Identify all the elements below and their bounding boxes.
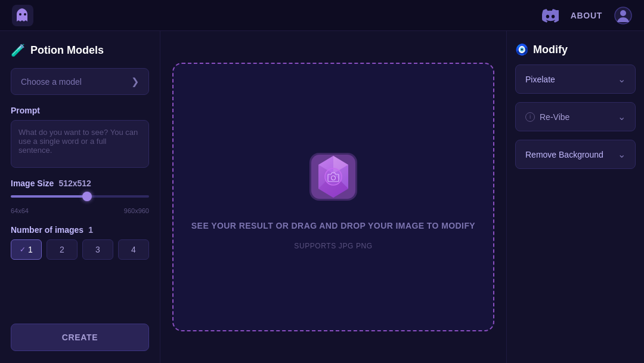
main-layout: 🧪 Potion Models Choose a model ❯ Prompt … <box>0 31 644 363</box>
remove-background-label: Remove Background <box>525 150 603 159</box>
num-images-btn-2[interactable]: 2 <box>47 239 78 260</box>
prompt-label: Prompt <box>11 106 149 115</box>
slider-track <box>11 195 149 198</box>
header-right: ABOUT <box>542 7 632 24</box>
svg-point-2 <box>24 13 26 16</box>
drop-text-main: SEE YOUR RESULT OR DRAG AND DROP YOUR IM… <box>191 219 475 232</box>
pixelate-dropdown[interactable]: Pixelate ⌄ <box>515 64 636 94</box>
num-images-header: Number of images 1 <box>11 225 149 235</box>
model-select-dropdown[interactable]: Choose a model ❯ <box>11 68 149 95</box>
svg-point-13 <box>325 168 342 185</box>
slider-labels: 64x64 960x960 <box>11 207 149 214</box>
revibe-label: Re-Vibe <box>540 112 569 122</box>
pixelate-chevron-icon: ⌄ <box>618 73 626 85</box>
model-select-placeholder: Choose a model <box>21 77 82 87</box>
modify-label: Modify <box>533 44 568 56</box>
check-icon: ✓ <box>20 245 26 254</box>
gem-icon <box>301 144 366 210</box>
num-btn-4-label: 4 <box>131 245 136 254</box>
num-btn-2-label: 2 <box>60 245 64 254</box>
num-btn-1-label: 1 <box>28 245 33 254</box>
left-panel: 🧪 Potion Models Choose a model ❯ Prompt … <box>0 31 160 363</box>
image-size-slider[interactable] <box>11 193 149 200</box>
header: ABOUT <box>0 0 644 31</box>
potion-icon: 🧪 <box>11 43 26 57</box>
about-link[interactable]: ABOUT <box>571 11 602 20</box>
svg-point-1 <box>19 13 21 16</box>
potion-models-label: Potion Models <box>30 44 104 57</box>
modify-title: 🧿 Modify <box>515 43 636 56</box>
num-images-btn-3[interactable]: 3 <box>82 239 113 260</box>
modify-icon: 🧿 <box>515 43 528 56</box>
pixelate-label: Pixelate <box>525 75 555 84</box>
num-images-count: 1 <box>88 225 93 235</box>
num-images-buttons: ✓ 1 2 3 4 <box>11 239 149 260</box>
user-avatar-icon[interactable] <box>614 7 632 24</box>
slider-max-label: 960x960 <box>124 207 149 214</box>
create-button[interactable]: CREATE <box>11 324 149 351</box>
image-size-section: Image Size 512x512 64x64 960x960 <box>11 179 149 214</box>
ghost-logo-icon <box>12 5 33 26</box>
discord-icon[interactable] <box>542 7 559 24</box>
image-size-header: Image Size 512x512 <box>11 179 149 188</box>
num-images-section: Number of images 1 ✓ 1 2 3 4 <box>11 225 149 260</box>
slider-min-label: 64x64 <box>11 207 29 214</box>
revibe-chevron-icon: ⌄ <box>618 111 626 122</box>
image-size-value: 512x512 <box>58 179 91 188</box>
slider-thumb[interactable] <box>82 192 92 201</box>
num-images-label: Number of images <box>11 225 83 235</box>
revibe-dropdown[interactable]: i Re-Vibe ⌄ <box>515 102 636 131</box>
num-btn-3-label: 3 <box>95 245 100 254</box>
revibe-info-icon: i <box>525 112 535 122</box>
image-size-label: Image Size <box>11 179 54 188</box>
remove-background-dropdown[interactable]: Remove Background ⌄ <box>515 140 636 169</box>
svg-point-4 <box>620 10 626 16</box>
chevron-right-icon: ❯ <box>131 76 139 87</box>
prompt-textarea[interactable] <box>11 120 149 168</box>
num-images-btn-1[interactable]: ✓ 1 <box>11 239 42 260</box>
prompt-section: Prompt <box>11 106 149 168</box>
remove-background-chevron-icon: ⌄ <box>618 149 626 160</box>
drop-text-sub: SUPPORTS JPG PNG <box>294 242 372 250</box>
potion-models-title: 🧪 Potion Models <box>11 43 149 57</box>
revibe-dropdown-left: i Re-Vibe <box>525 112 569 122</box>
drop-zone[interactable]: SEE YOUR RESULT OR DRAG AND DROP YOUR IM… <box>172 63 494 331</box>
right-panel: 🧿 Modify Pixelate ⌄ i Re-Vibe ⌄ Remove B… <box>506 31 644 363</box>
center-panel: SEE YOUR RESULT OR DRAG AND DROP YOUR IM… <box>160 31 506 363</box>
header-left <box>12 5 33 26</box>
num-images-btn-4[interactable]: 4 <box>118 239 149 260</box>
